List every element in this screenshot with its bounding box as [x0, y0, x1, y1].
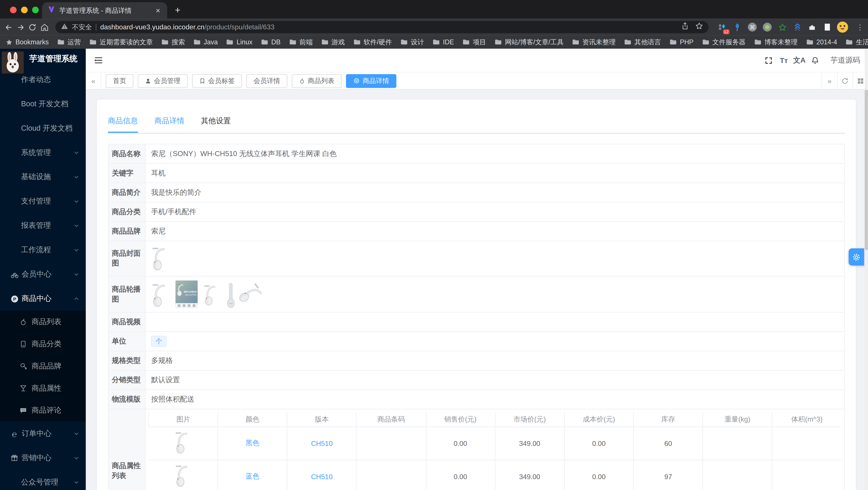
tag-member-label[interactable]: 会员标签 [192, 74, 242, 88]
tag-product-detail[interactable]: 商品详情 [346, 74, 396, 88]
bookmark-folder[interactable]: Java [193, 38, 218, 46]
bookmark-folder[interactable]: 游戏 [321, 37, 345, 47]
current-username[interactable]: 芋道源码 [830, 55, 860, 65]
new-tab-button[interactable]: + [175, 5, 180, 16]
product-name-value: 索尼（SONY）WH-CH510 无线立体声耳机 学生网课 白色 [146, 144, 845, 163]
sidebar-item-product-attribute[interactable]: 商品属性 [0, 377, 86, 399]
sku-version-link[interactable]: CH510 [287, 427, 356, 460]
bookmark-folder[interactable]: Linux [226, 38, 252, 46]
browser-tab[interactable]: 芋道管理系统 - 商品详情 ✕ [42, 2, 167, 19]
reload-icon[interactable] [28, 21, 37, 33]
bookmark-folder[interactable]: IDE [432, 38, 454, 46]
sidebar-item-workflow[interactable]: 工作流程 [0, 238, 86, 262]
bookmark-folder[interactable]: 近期需要读的文章 [89, 37, 153, 47]
product-cover-image[interactable] [151, 246, 170, 271]
sidebar-item-product-comment[interactable]: 商品评论 [0, 399, 86, 422]
bookmark-folder[interactable]: 资讯未整理 [572, 37, 616, 47]
sku-color-link[interactable]: 黑色 [218, 427, 287, 460]
back-icon[interactable] [4, 21, 13, 33]
product-image[interactable] [151, 282, 170, 308]
command-extension-icon[interactable]: ⌘ [747, 22, 757, 32]
scrollbar-thumb[interactable] [865, 90, 868, 250]
tag-member-管理[interactable]: 会员管理 [138, 74, 188, 88]
locale-icon[interactable]: 文A [792, 53, 807, 68]
tag-product-list[interactable]: 商品列表 [292, 74, 342, 88]
bookmark-folder[interactable]: 搜索 [161, 37, 185, 47]
tab-product-info[interactable]: 商品信息 [108, 112, 138, 133]
tab-product-detail[interactable]: 商品详情 [154, 112, 184, 133]
sidebar-item-cloud-docs[interactable]: Cloud 开发文档 [0, 116, 86, 140]
notification-bell-icon[interactable] [807, 53, 823, 68]
product-promo-image[interactable]: WH-CH510 无线立体声耳机 [176, 280, 198, 308]
minimize-window-button[interactable] [21, 7, 28, 13]
sidebar-item-member-center[interactable]: 会员中心 [0, 262, 86, 287]
sidebar-item-system[interactable]: 系统管理 [0, 140, 86, 165]
extension-icon[interactable]: 12 [717, 22, 727, 32]
sidebar-item-payment[interactable]: 支付管理 [0, 189, 86, 214]
tag-member-detail[interactable]: 会员详情 [246, 74, 287, 88]
font-size-icon[interactable]: Tт [776, 53, 792, 68]
bookmark-folder[interactable]: 项目 [462, 37, 486, 47]
bookmark-folder[interactable]: PHP [670, 38, 693, 46]
bookmarks-manager[interactable]: Bookmarks [5, 38, 49, 46]
bookmark-folder[interactable]: 博客未整理 [754, 37, 798, 47]
star-extension-icon[interactable] [777, 22, 787, 32]
tags-refresh-icon[interactable] [837, 72, 852, 89]
close-window-button[interactable] [10, 7, 17, 13]
sidebar-item-order-center[interactable]: ℮ 订单中心 [0, 422, 86, 446]
security-label[interactable]: 不安全 [72, 22, 92, 32]
sku-version-link[interactable]: CH510 [287, 460, 356, 490]
home-icon[interactable] [40, 21, 49, 33]
tab-other-settings[interactable]: 其他设置 [201, 112, 231, 133]
chevrons-extension-icon[interactable] [792, 22, 802, 32]
kite-extension-icon[interactable] [733, 22, 742, 32]
bookmark-star-icon[interactable] [695, 22, 703, 32]
bookmark-folder[interactable]: 前端 [289, 37, 313, 47]
bookmark-folder[interactable]: 2014-4 [806, 38, 837, 46]
url-text[interactable]: dashboard-vue3.yudao.iocoder.cn/product/… [100, 23, 678, 31]
product-image[interactable] [225, 282, 237, 308]
panel-extension-icon[interactable] [822, 22, 832, 32]
tag-home[interactable]: 首页 [106, 74, 133, 88]
sku-image[interactable] [174, 463, 192, 488]
bookmark-folder[interactable]: 软件/硬件 [353, 37, 392, 47]
sidebar-item-boot-docs[interactable]: Boot 开发文档 [0, 92, 86, 116]
zoom-window-button[interactable] [32, 7, 39, 13]
sidebar-item-product-center[interactable]: P 商品中心 [0, 287, 86, 311]
theme-settings-button[interactable] [849, 249, 864, 266]
product-image[interactable] [236, 281, 267, 311]
product-image[interactable] [203, 282, 220, 308]
bookmark-folder[interactable]: 其他语言 [624, 37, 661, 47]
bookmark-folder[interactable]: 生活 [845, 37, 868, 47]
chrome-menu-icon[interactable]: ⋮ [857, 23, 864, 31]
sidebar-item-product-list[interactable]: 商品列表 [0, 311, 86, 333]
sidebar-item-report[interactable]: 报表管理 [0, 214, 86, 238]
collapse-menu-icon[interactable] [90, 52, 107, 68]
puzzle-extension-icon[interactable] [807, 22, 817, 32]
sku-image[interactable] [174, 430, 192, 455]
sidebar-item-product-brand[interactable]: 商品品牌 [0, 355, 86, 378]
sidebar-item-marketing-center[interactable]: 营销中心 [0, 446, 86, 470]
profile-avatar[interactable] [837, 22, 848, 33]
fullscreen-icon[interactable] [761, 53, 776, 68]
url-path: /product/spu/detail/633 [205, 23, 275, 31]
bookmark-folder[interactable]: 设计 [400, 37, 424, 47]
bookmark-folder[interactable]: 运营 [57, 37, 81, 47]
page-scrollbar[interactable] [865, 49, 868, 490]
tab-close-icon[interactable]: ✕ [154, 7, 162, 14]
sku-color-link[interactable]: 蓝色 [218, 460, 287, 490]
tags-scroll-left-icon[interactable]: « [86, 72, 101, 89]
bookmark-folder[interactable]: 网站/博客/文章/工具 [494, 37, 564, 47]
security-warning-icon[interactable] [61, 22, 68, 32]
forward-icon[interactable] [16, 21, 25, 33]
recorder-extension-icon[interactable] [762, 22, 772, 32]
share-icon[interactable] [681, 22, 688, 32]
sidebar-item-infra[interactable]: 基础设施 [0, 165, 86, 189]
sidebar-logo[interactable]: 芋道管理系统 [0, 49, 86, 68]
bookmark-folder[interactable]: DB [261, 38, 281, 46]
sidebar-item-mp-admin[interactable]: 公众号管理 [0, 470, 86, 490]
sidebar-item-product-category[interactable]: 商品分类 [0, 333, 86, 355]
tags-scroll-right-icon[interactable]: » [822, 72, 837, 89]
bookmark-folder[interactable]: 文件服务器 [702, 37, 746, 47]
address-bar[interactable]: 不安全 dashboard-vue3.yudao.iocoder.cn/prod… [55, 21, 709, 33]
